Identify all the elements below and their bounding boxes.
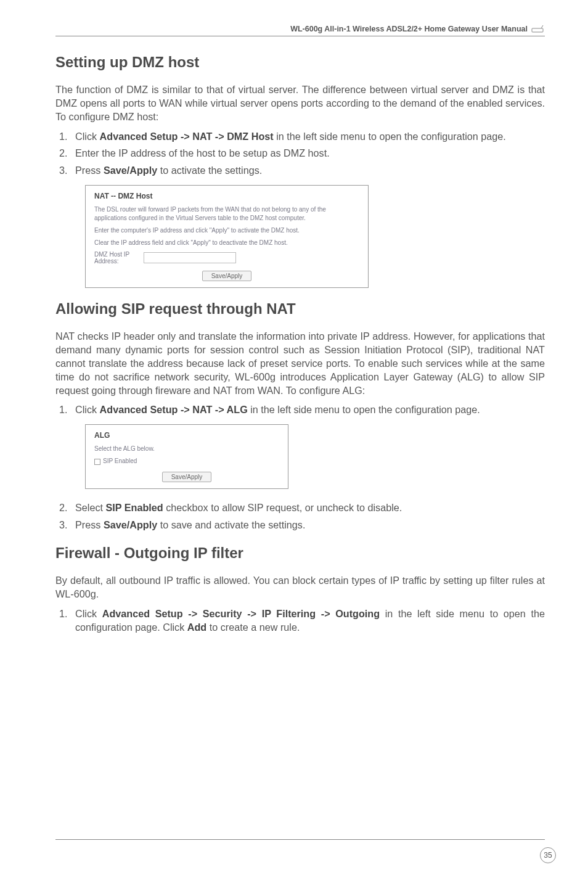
ss-btn-row: Save/Apply	[94, 470, 279, 482]
text: in the left side menu to open the config…	[274, 131, 506, 142]
text: in the left side menu to open the config…	[248, 404, 480, 415]
text: Press	[75, 519, 104, 530]
ss-dmz-row: DMZ Host IP Address:	[94, 251, 359, 265]
page-number: 35	[540, 847, 556, 863]
save-apply-button[interactable]: Save/Apply	[202, 271, 252, 281]
sip-steps-a: Click Advanced Setup -> NAT -> ALG in th…	[70, 403, 545, 417]
section-title-dmz: Setting up DMZ host	[55, 54, 545, 71]
text: to create a new rule.	[206, 622, 300, 633]
sip-enabled-label: SIP Enabled	[103, 458, 137, 464]
footer-rule	[55, 839, 545, 840]
sip-step-1: Click Advanced Setup -> NAT -> ALG in th…	[70, 403, 545, 417]
sip-intro: NAT checks IP header only and translate …	[55, 330, 545, 397]
save-apply-button[interactable]: Save/Apply	[162, 472, 212, 482]
text: Click	[75, 131, 100, 142]
sip-step-3: Press Save/Apply to save and activate th…	[70, 519, 545, 532]
save-apply-label: Save/Apply	[104, 165, 157, 176]
sip-steps-b: Select SIP Enabled checkbox to allow SIP…	[70, 501, 545, 532]
screenshot-dmz: NAT -- DMZ Host The DSL router will forw…	[85, 185, 369, 288]
firewall-step-1: Click Advanced Setup -> Security -> IP F…	[70, 607, 545, 635]
dmz-step-2: Enter the IP address of the host to be s…	[70, 147, 545, 160]
dmz-ip-input[interactable]	[144, 252, 236, 263]
svg-line-1	[541, 25, 543, 28]
header-title: WL-600g All-in-1 Wireless ADSL2/2+ Home …	[290, 25, 528, 33]
firewall-intro: By default, all outbound IP traffic is a…	[55, 574, 545, 601]
save-apply-bold: Save/Apply	[104, 519, 157, 530]
screenshot-alg: ALG Select the ALG below. SIP Enabled Sa…	[85, 424, 288, 489]
text: Press	[75, 165, 104, 176]
sip-enabled-checkbox[interactable]	[94, 459, 100, 465]
add-bold: Add	[187, 622, 206, 633]
firewall-steps: Click Advanced Setup -> Security -> IP F…	[70, 607, 545, 635]
sip-step-2: Select SIP Enabled checkbox to allow SIP…	[70, 501, 545, 515]
ss-dmz-line1: The DSL router will forward IP packets f…	[94, 205, 359, 223]
dmz-intro: The function of DMZ is similar to that o…	[55, 83, 545, 124]
menu-path: Advanced Setup -> NAT -> DMZ Host	[100, 131, 274, 142]
dmz-steps: Click Advanced Setup -> NAT -> DMZ Host …	[70, 130, 545, 178]
dmz-step-1: Click Advanced Setup -> NAT -> DMZ Host …	[70, 130, 545, 144]
ss-dmz-line3: Clear the IP address field and click "Ap…	[94, 239, 359, 247]
text: Select	[75, 502, 106, 513]
svg-rect-0	[532, 28, 543, 32]
text: Click	[75, 608, 102, 619]
menu-path: Advanced Setup -> NAT -> ALG	[100, 404, 248, 415]
dmz-step-3: Press Save/Apply to activate the setting…	[70, 164, 545, 178]
menu-path: Advanced Setup -> Security -> IP Filteri…	[102, 608, 380, 619]
section-title-firewall: Firewall - Outgoing IP filter	[55, 544, 545, 562]
router-icon	[531, 25, 545, 33]
ss-alg-chk-row: SIP Enabled	[94, 457, 279, 466]
text: checkbox to allow SIP request, or unchec…	[163, 502, 402, 513]
ss-dmz-title: NAT -- DMZ Host	[94, 192, 359, 200]
text: Click	[75, 404, 100, 415]
ss-dmz-line2: Enter the computer's IP address and clic…	[94, 226, 359, 235]
section-title-sip: Allowing SIP request through NAT	[55, 300, 545, 318]
ss-alg-title: ALG	[94, 431, 279, 440]
ss-btn-row: Save/Apply	[94, 269, 359, 281]
text: to activate the settings.	[157, 165, 262, 176]
text: to save and activate the settings.	[157, 519, 305, 530]
header-bar: WL-600g All-in-1 Wireless ADSL2/2+ Home …	[55, 25, 545, 36]
sip-enabled-bold: SIP Enabled	[106, 502, 163, 513]
ss-alg-line1: Select the ALG below.	[94, 445, 279, 453]
ss-dmz-label: DMZ Host IP Address:	[94, 251, 144, 265]
